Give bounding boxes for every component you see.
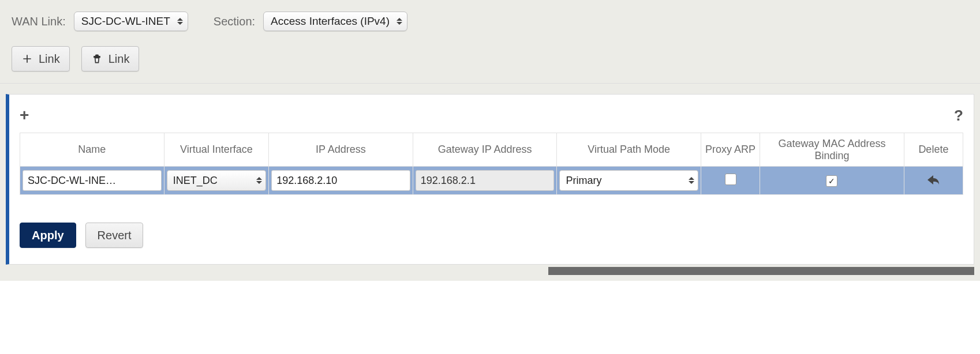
- scrollbar-thumb[interactable]: [548, 267, 974, 275]
- wan-link-select[interactable]: SJC-DC-WL-INET: [74, 12, 188, 31]
- access-interfaces-panel: + ? Name Virtual Interface IP Address Ga…: [6, 94, 974, 265]
- scrollbar-track: [6, 267, 548, 275]
- section-select-value: Access Interfaces (IPv4): [271, 15, 390, 28]
- toolbar-row: Link Link: [12, 46, 968, 71]
- delete-link-button[interactable]: Link: [81, 46, 140, 71]
- row-virtual-path-mode-select[interactable]: Primary: [559, 170, 698, 191]
- filter-row: WAN Link: SJC-DC-WL-INET Section: Access…: [12, 12, 968, 31]
- wan-link-label: WAN Link:: [12, 15, 66, 28]
- chevron-updown-icon: [256, 177, 262, 184]
- plus-icon: [21, 53, 33, 65]
- trash-icon: [91, 53, 103, 65]
- row-ip-address-input[interactable]: [271, 170, 410, 191]
- row-gateway-mac-binding-checkbox[interactable]: ✓: [826, 175, 837, 187]
- wan-link-select-value: SJC-DC-WL-INET: [81, 15, 170, 28]
- th-gateway-mac-binding: Gateway MAC Address Binding: [760, 133, 904, 167]
- footer-buttons: Apply Revert: [20, 223, 963, 248]
- row-revert-icon[interactable]: [926, 172, 940, 188]
- th-virtual-interface: Virtual Interface: [164, 133, 269, 167]
- help-icon[interactable]: ?: [954, 107, 963, 125]
- row-virtual-path-mode-value: Primary: [566, 175, 601, 187]
- th-name: Name: [20, 133, 164, 167]
- section-select[interactable]: Access Interfaces (IPv4): [263, 12, 407, 31]
- th-proxy-arp: Proxy ARP: [701, 133, 760, 167]
- th-virtual-path-mode: Virtual Path Mode: [557, 133, 701, 167]
- row-proxy-arp-checkbox[interactable]: [725, 174, 736, 185]
- header-bar: WAN Link: SJC-DC-WL-INET Section: Access…: [0, 0, 980, 84]
- table-header-row: Name Virtual Interface IP Address Gatewa…: [20, 133, 963, 167]
- th-gateway-ip: Gateway IP Address: [413, 133, 557, 167]
- add-row-button[interactable]: +: [20, 106, 29, 125]
- chevron-updown-icon: [397, 18, 402, 25]
- content-area: + ? Name Virtual Interface IP Address Ga…: [0, 84, 980, 281]
- horizontal-scrollbar[interactable]: [6, 267, 974, 275]
- apply-button[interactable]: Apply: [20, 223, 76, 248]
- chevron-updown-icon: [177, 18, 183, 25]
- row-virtual-interface-select[interactable]: INET_DC: [167, 170, 267, 191]
- table-row: INET_DC Primary: [20, 167, 963, 195]
- access-interfaces-table: Name Virtual Interface IP Address Gatewa…: [20, 133, 963, 195]
- add-link-label: Link: [39, 52, 60, 66]
- chevron-updown-icon: [689, 177, 694, 184]
- revert-button[interactable]: Revert: [85, 223, 144, 248]
- th-ip-address: IP Address: [269, 133, 413, 167]
- row-gateway-ip-input[interactable]: [416, 170, 555, 191]
- row-virtual-interface-value: INET_DC: [173, 175, 218, 187]
- section-label: Section:: [214, 15, 255, 28]
- th-delete: Delete: [904, 133, 963, 167]
- row-name-input[interactable]: [23, 170, 162, 191]
- delete-link-label: Link: [109, 52, 130, 66]
- add-link-button[interactable]: Link: [12, 46, 70, 71]
